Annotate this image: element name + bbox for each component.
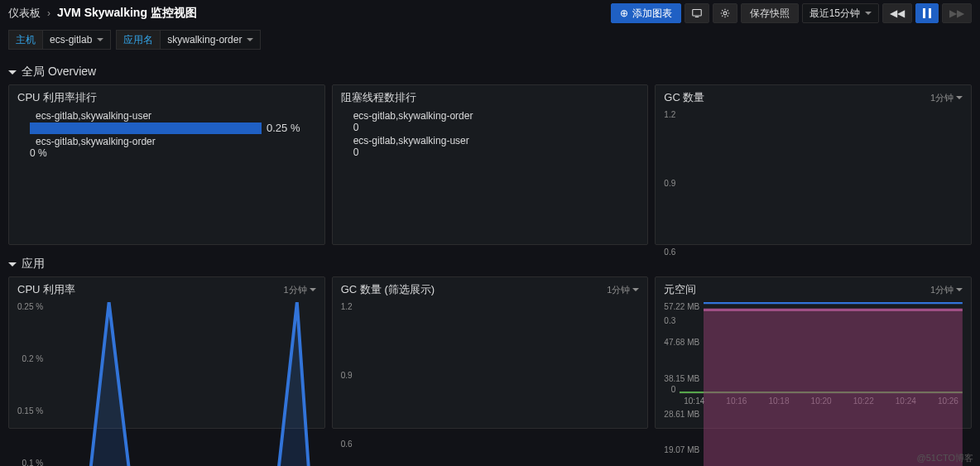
chevron-down-icon [632,288,639,291]
svg-point-2 [723,12,727,15]
interval-dropdown[interactable]: 1分钟 [284,284,316,296]
settings-button[interactable] [713,3,737,23]
breadcrumb: 仪表板 › JVM Skywalking 监控视图 [8,6,611,21]
chevron-down-icon [8,262,17,267]
gear-icon [720,8,730,18]
chevron-down-icon [97,38,103,41]
cpu-usage-chart: 0.25 %0.2 %0.15 %0.1 %0.05 %0 % 10:1410:… [17,302,316,466]
interval-dropdown[interactable]: 1分钟 [607,284,639,296]
rewind-icon: ◀◀ [890,7,905,19]
panel-cpu-rank: CPU 利用率排行 ecs-gitlab,skywalking-user 0.2… [8,84,325,245]
section-overview-toggle[interactable]: 全局 Overview [8,60,972,84]
forward-icon: ▶▶ [949,7,964,19]
list-item: ecs-gitlab,skywalking-user 0 [341,135,640,158]
panel-gc-filter: GC 数量 (筛选展示) 1分钟 1.20.90.60.30 10:1410:1… [332,276,649,429]
monitor-icon-button[interactable] [685,3,709,23]
svg-rect-0 [692,10,701,17]
rewind-button[interactable]: ◀◀ [882,3,912,23]
chevron-right-icon: › [47,7,50,19]
plus-circle-icon: ⊕ [620,7,628,19]
list-item: ecs-gitlab,skywalking-order 0 [341,110,640,133]
interval-dropdown[interactable]: 1分钟 [930,92,963,104]
chevron-down-icon [310,288,316,291]
pause-button[interactable] [915,3,939,23]
host-filter-label: 主机 [8,30,43,50]
monitor-icon [692,8,702,18]
time-range-dropdown[interactable]: 最近15分钟 [802,3,879,23]
panel-title: 阻塞线程数排行 [341,90,416,105]
breadcrumb-root[interactable]: 仪表板 [8,6,41,21]
panel-title: CPU 利用率排行 [17,90,97,105]
bar-fill [30,123,262,134]
svg-rect-5 [704,310,963,466]
list-item: ecs-gitlab,skywalking-user 0.25 % [17,110,316,134]
chevron-down-icon [247,38,253,41]
panel-blocked-threads: 阻塞线程数排行 ecs-gitlab,skywalking-order 0 ec… [332,84,649,245]
panel-gc-count: GC 数量 1分钟 1.20.90.60.30 10:1410:1610:181… [655,84,972,245]
svg-rect-3 [923,8,925,18]
chevron-down-icon [8,70,17,74]
metaspace-chart: 57.22 MB47.68 MB38.15 MB28.61 MB19.07 MB… [664,302,963,466]
watermark: @51CTO博客 [917,452,973,464]
panel-title: GC 数量 [664,90,704,105]
chevron-down-icon [865,12,872,15]
svg-rect-4 [929,8,931,18]
panel-title: GC 数量 (筛选展示) [341,282,435,297]
list-item: ecs-gitlab,skywalking-order 0 % [17,136,316,159]
add-chart-button[interactable]: ⊕ 添加图表 [611,3,681,23]
host-filter-dropdown[interactable]: ecs-gitlab [43,30,111,50]
chevron-down-icon [956,96,963,99]
page-title[interactable]: JVM Skywalking 监控视图 [57,6,197,21]
pause-icon [923,8,931,18]
app-filter-dropdown[interactable]: skywalking-order [161,30,261,50]
panel-title: CPU 利用率 [17,282,75,297]
app-filter-label: 应用名 [116,30,161,50]
gc-filter-chart: 1.20.90.60.30 10:1410:1610:1810:2010:221… [341,302,640,466]
panel-cpu-usage: CPU 利用率 1分钟 0.25 %0.2 %0.15 %0.1 %0.05 %… [8,276,325,429]
save-snapshot-button[interactable]: 保存快照 [741,3,799,23]
forward-button[interactable]: ▶▶ [942,3,972,23]
